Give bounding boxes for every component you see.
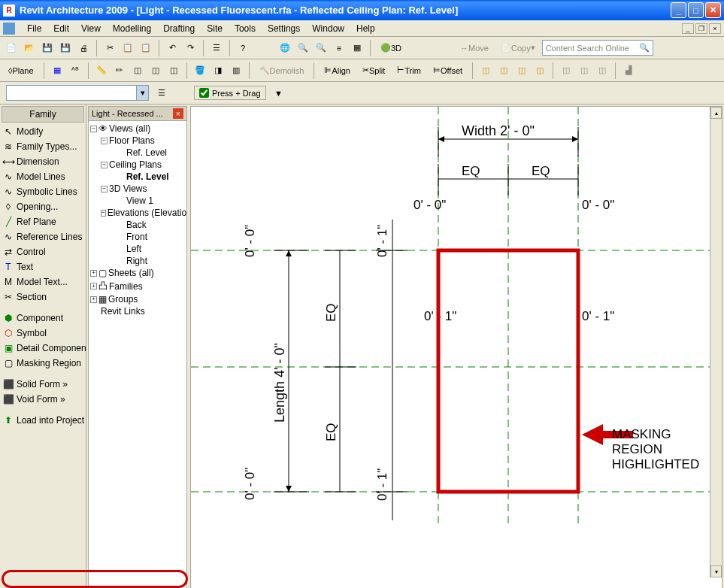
- svg-text:0' - 1": 0' - 1": [424, 309, 456, 323]
- component-tool[interactable]: ⬢Component: [0, 311, 86, 326]
- demolish-button[interactable]: 🔨 Demolish: [254, 62, 310, 79]
- filter-icon[interactable]: ▼: [271, 85, 287, 102]
- type-selector[interactable]: ▾: [6, 85, 149, 101]
- group1-icon[interactable]: ◫: [558, 62, 574, 79]
- opening-tool[interactable]: ◊Opening...: [0, 199, 86, 214]
- join-icon[interactable]: ◨: [210, 62, 226, 79]
- open-icon[interactable]: 📂: [21, 40, 38, 56]
- element-props-icon[interactable]: ☰: [153, 85, 170, 102]
- load-project-tool[interactable]: ⬆Load into Project: [0, 413, 86, 428]
- box2-icon[interactable]: ◫: [495, 62, 512, 79]
- help-icon[interactable]: ?: [235, 40, 251, 56]
- menu-window[interactable]: Window: [306, 22, 350, 35]
- grid-icon[interactable]: ▦: [49, 62, 65, 79]
- search-input[interactable]: Content Search Online 🔍: [542, 40, 653, 56]
- mdi-minimize[interactable]: _: [682, 23, 694, 34]
- design-bar: Family ↖Modify ≋Family Types... ⟷Dimensi…: [0, 105, 86, 588]
- symbolic-lines-tool[interactable]: ∿Symbolic Lines: [0, 184, 86, 199]
- mdi-restore[interactable]: ❐: [695, 23, 707, 34]
- copy-button[interactable]: 📄 Copy ▾: [495, 40, 541, 56]
- thin-lines-icon[interactable]: ≡: [331, 40, 347, 56]
- dimension-tool[interactable]: ⟷Dimension: [0, 154, 86, 169]
- dynamic-view-icon[interactable]: 🌐: [277, 40, 293, 56]
- symbol-tool[interactable]: ⬡Symbol: [0, 326, 86, 341]
- cut-icon[interactable]: ✂: [101, 40, 118, 56]
- properties-icon[interactable]: ☰: [208, 40, 225, 56]
- mdi-close[interactable]: ×: [709, 23, 721, 34]
- menu-edit[interactable]: Edit: [47, 22, 75, 35]
- redo-icon[interactable]: ↷: [182, 40, 198, 56]
- print-icon[interactable]: 🖨: [75, 40, 92, 56]
- box3-icon[interactable]: ◫: [513, 62, 530, 79]
- minimize-button[interactable]: _: [671, 2, 686, 18]
- type-selector-bar: ▾ ☰ Press + Drag ▼: [0, 82, 724, 105]
- copy-icon[interactable]: 📋: [120, 40, 136, 56]
- menu-help[interactable]: Help: [350, 22, 381, 35]
- group2-icon[interactable]: ◫: [576, 62, 592, 79]
- titlebar: R Revit Architecture 2009 - [Light - Rec…: [0, 0, 724, 20]
- masking-region-tool[interactable]: ▢Masking Region: [0, 356, 86, 371]
- paste-icon[interactable]: 📋: [138, 40, 154, 56]
- highlighter-icon[interactable]: ✏: [111, 62, 128, 79]
- menu-tools[interactable]: Tools: [229, 22, 262, 35]
- menu-file[interactable]: File: [21, 22, 47, 35]
- new-icon[interactable]: 📄: [3, 40, 20, 56]
- box1-icon[interactable]: ◫: [477, 62, 494, 79]
- ref-plane-tool[interactable]: ╱Ref Plane: [0, 214, 86, 229]
- tool5-icon[interactable]: ◫: [165, 62, 182, 79]
- move-button[interactable]: ↔ Move: [455, 40, 494, 56]
- zoom-icon[interactable]: 🔍: [295, 40, 311, 56]
- tool3-icon[interactable]: ◫: [129, 62, 146, 79]
- close-button[interactable]: ✕: [705, 2, 721, 18]
- menu-modelling[interactable]: Modelling: [107, 22, 157, 35]
- text-tool[interactable]: TText: [0, 259, 86, 274]
- zoom2-icon[interactable]: 🔍: [313, 40, 329, 56]
- browser-tree[interactable]: − 👁 Views (all) − Floor Plans Ref. Level…: [89, 121, 186, 588]
- svg-text:0' - 0": 0' - 0": [243, 225, 257, 257]
- press-drag-option[interactable]: Press + Drag: [194, 86, 266, 100]
- family-types-tool[interactable]: ≋Family Types...: [0, 139, 86, 154]
- design-bar-header[interactable]: Family: [2, 106, 84, 123]
- align-button[interactable]: ⊫ Align: [319, 62, 355, 79]
- menu-drafting[interactable]: Drafting: [157, 22, 201, 35]
- split-button[interactable]: ✂ Split: [357, 62, 390, 79]
- drawing-canvas[interactable]: Width 2' - 0" EQ EQ 0' - 0" 0' - 0" Leng…: [191, 107, 722, 588]
- menu-view[interactable]: View: [75, 22, 107, 35]
- control-tool[interactable]: ⇄Control: [0, 244, 86, 259]
- search-icon[interactable]: 🔍: [639, 43, 650, 53]
- dropdown-icon[interactable]: ▾: [136, 86, 148, 100]
- tool4-icon[interactable]: ◫: [147, 62, 164, 79]
- model-lines-tool[interactable]: ∿Model Lines: [0, 169, 86, 184]
- tape-icon[interactable]: 📏: [93, 62, 110, 79]
- model-text-tool[interactable]: MModel Text...: [0, 274, 86, 289]
- solid-form-tool[interactable]: ⬛Solid Form »: [0, 377, 86, 392]
- save-icon[interactable]: 💾: [39, 40, 56, 56]
- modify-tool[interactable]: ↖Modify: [0, 124, 86, 139]
- paint-icon[interactable]: 🪣: [192, 62, 208, 79]
- close-tab-icon[interactable]: ×: [173, 108, 183, 119]
- void-form-tool[interactable]: ⬛Void Form »: [0, 392, 86, 407]
- toolbar-tools: ◊ Plane ▦ ᴬᴮ 📏 ✏ ◫ ◫ ◫ 🪣 ◨ ▥ 🔨 Demolish …: [0, 59, 724, 82]
- trim-button[interactable]: ⊢ Trim: [392, 62, 426, 79]
- maximize-button[interactable]: □: [688, 2, 704, 18]
- plane-button[interactable]: ◊ Plane: [3, 62, 39, 79]
- detail-component-tool[interactable]: ▣Detail Component: [0, 341, 86, 356]
- threeD-button[interactable]: 🟢 3D: [375, 40, 407, 56]
- undo-icon[interactable]: ↶: [164, 40, 180, 56]
- section-tool[interactable]: ✂Section: [0, 289, 86, 305]
- shading-icon[interactable]: ▦: [349, 40, 365, 56]
- group3-icon[interactable]: ◫: [594, 62, 610, 79]
- drawing-view: Width 2' - 0" EQ EQ 0' - 0" 0' - 0" Leng…: [190, 106, 722, 588]
- wall-icon[interactable]: ▥: [228, 62, 244, 79]
- reference-lines-tool[interactable]: ∿Reference Lines: [0, 229, 86, 244]
- offset-button[interactable]: ⊨ Offset: [428, 62, 468, 79]
- browser-tab[interactable]: Light - Recessed ... ×: [89, 107, 186, 121]
- menu-settings[interactable]: Settings: [262, 22, 306, 35]
- box4-icon[interactable]: ◫: [532, 62, 548, 79]
- canvas-vscroll[interactable]: ▴ ▾: [710, 107, 722, 577]
- menu-site[interactable]: Site: [201, 22, 229, 35]
- mirror-icon[interactable]: ▟: [620, 62, 637, 79]
- spell-icon[interactable]: ᴬᴮ: [67, 62, 83, 79]
- press-drag-checkbox[interactable]: [199, 88, 209, 98]
- save-all-icon[interactable]: 💾: [57, 40, 74, 56]
